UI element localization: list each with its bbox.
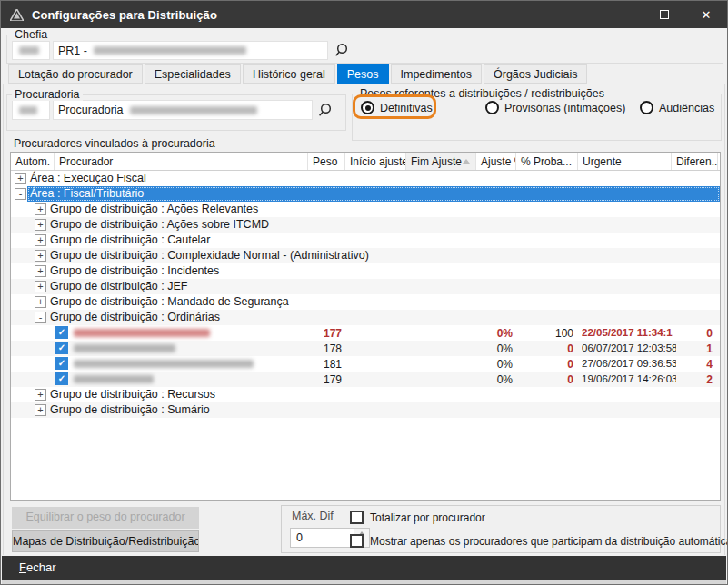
- column-header-autom[interactable]: Autom.: [11, 153, 55, 170]
- tree-row-label: Área : Execução Fiscal: [30, 172, 146, 184]
- tree-row[interactable]: +Área : Execução Fiscal: [11, 171, 720, 186]
- cell-ajuste: 0%: [476, 327, 513, 340]
- column-header-fim-ajuste[interactable]: Fim Ajuste: [406, 153, 476, 170]
- mapas-distribuicao-button[interactable]: Mapas de Distribuição/Redistribuição: [12, 530, 199, 552]
- maximize-button[interactable]: [643, 1, 685, 28]
- dialog-configuracoes-distribuicao: Configurações para Distribuição ✕ Chefia…: [0, 0, 728, 585]
- redacted-text: [130, 106, 257, 114]
- tree-row-label: Grupo de distribuição : Recursos: [50, 388, 215, 401]
- cell-urgente: 19/06/2017 14:26:03: [582, 373, 676, 384]
- tab-pesos[interactable]: Pesos: [337, 64, 389, 84]
- procuradoria-code-field[interactable]: [12, 100, 50, 120]
- column-header-ajuste[interactable]: Ajuste %: [476, 153, 516, 170]
- app-logo-icon: [10, 9, 24, 21]
- tree-row-label: Grupo de distribuição : Mandado de Segur…: [50, 295, 289, 308]
- radio-label: Definitivas: [380, 102, 433, 114]
- tab-lotacao-do-procurador[interactable]: Lotação do procurador: [8, 64, 143, 84]
- procuradoria-label: Procuradoria: [12, 88, 83, 101]
- radio-option-audiencias[interactable]: Audiências: [640, 101, 714, 114]
- tree-row-label: Grupo de distribuição : Cautelar: [50, 233, 210, 246]
- table-header: Autom.ProcuradorPesoInício ajusteFim Aju…: [11, 153, 720, 171]
- expand-plus-icon[interactable]: +: [35, 250, 46, 262]
- expand-plus-icon[interactable]: +: [35, 389, 46, 401]
- tab-orgaos-judiciais[interactable]: Órgãos Judiciais: [484, 64, 587, 84]
- expand-plus-icon[interactable]: +: [35, 296, 46, 308]
- column-header-inicio-ajuste[interactable]: Início ajuste: [345, 153, 406, 170]
- automatic-checkbox-checked[interactable]: ✓: [55, 326, 68, 339]
- tab-impedimentos[interactable]: Impedimentos: [391, 64, 483, 84]
- tree-row-label: Grupo de distribuição : Sumário: [50, 403, 210, 416]
- window-bottom-edge: [2, 580, 726, 585]
- totalizar-checkbox[interactable]: [350, 511, 364, 524]
- procurador-row[interactable]: ✓1770%10022/05/2017 11:34:10: [11, 325, 720, 341]
- minimize-button[interactable]: [602, 1, 643, 28]
- cell-ajuste: 0%: [476, 373, 513, 386]
- column-header-label: Início ajuste: [350, 155, 406, 170]
- column-header-procurador[interactable]: Procurador: [55, 153, 308, 170]
- tree-rows: +Área : Execução Fiscal-Área : Fiscal/Tr…: [11, 171, 720, 418]
- cell-peso: 179: [308, 373, 342, 386]
- automatic-checkbox-checked[interactable]: ✓: [55, 357, 68, 370]
- collapse-minus-icon[interactable]: -: [15, 188, 26, 200]
- column-header-proba[interactable]: % Proba...: [516, 153, 578, 170]
- cell-urgente: 27/06/2017 09:36:53: [582, 358, 676, 369]
- column-header-label: Diferen...: [676, 155, 718, 170]
- cell-peso: 177: [308, 327, 342, 340]
- tree-row[interactable]: +Grupo de distribuição : Ações sobre ITC…: [11, 217, 720, 233]
- close-button[interactable]: ✕: [685, 1, 727, 28]
- automatic-checkbox-checked[interactable]: ✓: [55, 372, 68, 385]
- column-header-diferen[interactable]: Diferen...: [672, 153, 718, 170]
- tree-row[interactable]: +Grupo de distribuição : Recursos: [11, 387, 720, 402]
- radio-label: Provisórias (intimações): [504, 102, 625, 114]
- automatic-checkbox-checked[interactable]: ✓: [55, 342, 68, 354]
- radio-circle[interactable]: [485, 101, 499, 114]
- cell-ajuste: 0%: [476, 358, 513, 371]
- tree-row[interactable]: -Área : Fiscal/Tributário: [11, 186, 720, 202]
- expand-plus-icon[interactable]: +: [35, 404, 46, 416]
- expand-plus-icon[interactable]: +: [35, 219, 46, 231]
- pesos-group-label: Pesos referentes a distribuições / redis…: [357, 87, 607, 100]
- close-icon: ✕: [702, 9, 712, 21]
- chefia-search-icon[interactable]: [334, 43, 349, 58]
- radio-option-provisorias-intimacoes[interactable]: Provisórias (intimações): [485, 101, 625, 114]
- tree-row[interactable]: -Grupo de distribuição : Ordinárias: [11, 310, 720, 325]
- expand-plus-icon[interactable]: +: [35, 234, 46, 246]
- tree-row[interactable]: +Grupo de distribuição : Incidentes: [11, 263, 720, 279]
- maxdif-value[interactable]: 0: [291, 529, 354, 547]
- radio-option-definitivas[interactable]: Definitivas: [361, 101, 433, 114]
- procurador-row[interactable]: ✓1780%006/07/2017 12:03:581: [11, 341, 720, 356]
- cell-proba: 0: [516, 342, 573, 355]
- procurador-row[interactable]: ✓1810%027/06/2017 09:36:534: [11, 356, 720, 372]
- expand-plus-icon[interactable]: +: [35, 281, 46, 292]
- tab-panel-border-right: [724, 84, 725, 555]
- tree-row[interactable]: +Grupo de distribuição : Cautelar: [11, 233, 720, 248]
- radio-circle[interactable]: [640, 101, 653, 114]
- column-header-urgente[interactable]: Urgente: [578, 153, 672, 170]
- collapse-minus-icon[interactable]: -: [35, 312, 46, 323]
- tab-especialidades[interactable]: Especialidades: [145, 64, 241, 84]
- procuradoria-search-icon[interactable]: [317, 103, 333, 118]
- expand-plus-icon[interactable]: +: [15, 173, 26, 184]
- radio-circle[interactable]: [361, 101, 374, 114]
- tree-row[interactable]: +Grupo de distribuição : Ações Relevante…: [11, 202, 720, 217]
- expand-plus-icon[interactable]: +: [35, 203, 46, 215]
- cell-diferen: 1: [672, 342, 713, 355]
- procuradoria-main-field[interactable]: Procuradoria: [53, 100, 313, 120]
- tree-row[interactable]: +Grupo de distribuição : Mandado de Segu…: [11, 294, 720, 310]
- tab-historico-geral[interactable]: Histórico geral: [243, 64, 335, 84]
- expand-plus-icon[interactable]: +: [35, 265, 46, 277]
- mostrar-apenas-checkbox[interactable]: [350, 534, 364, 548]
- chefia-code-field[interactable]: [12, 41, 50, 60]
- fechar-button[interactable]: Fechar: [19, 560, 55, 574]
- chefia-label: Chefia: [12, 28, 50, 41]
- column-header-peso[interactable]: Peso: [308, 153, 345, 170]
- equilibrar-peso-button[interactable]: Equilibrar o peso do procurador: [12, 507, 199, 529]
- chefia-main-field[interactable]: PR1 -: [53, 41, 328, 60]
- cell-diferen: 2: [672, 373, 713, 386]
- tree-row[interactable]: +Grupo de distribuição : Sumário: [11, 402, 720, 418]
- procurador-row[interactable]: ✓1790%019/06/2017 14:26:032: [11, 372, 720, 387]
- tab-panel-border: [3, 84, 725, 84]
- tree-row[interactable]: +Grupo de distribuição : JEF: [11, 279, 720, 294]
- tree-row[interactable]: +Grupo de distribuição : Complexidade No…: [11, 248, 720, 263]
- tree-row-label: Grupo de distribuição : Ações sobre ITCM…: [50, 218, 269, 231]
